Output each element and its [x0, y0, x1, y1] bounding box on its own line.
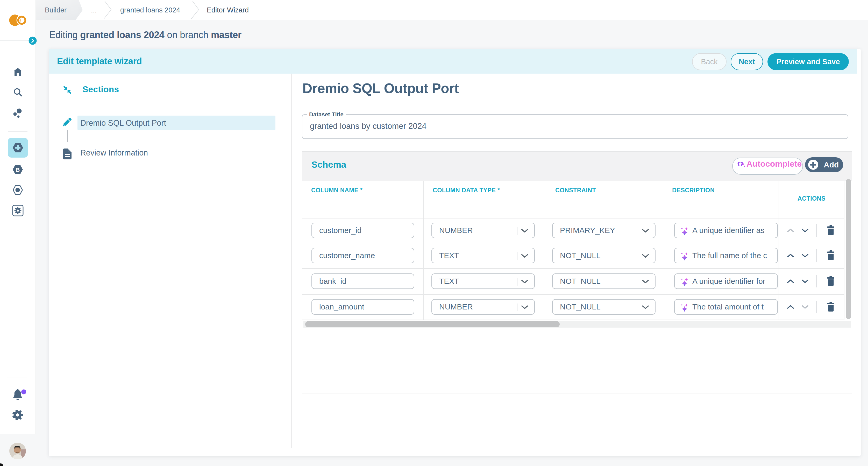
svg-text:B: B [16, 167, 20, 173]
